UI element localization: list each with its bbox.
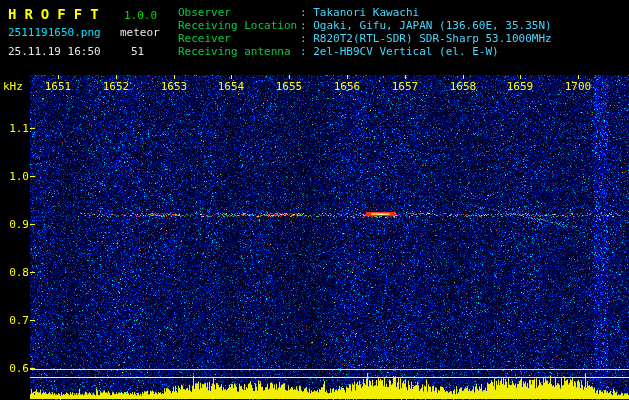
meteor-count: 51 [131,46,144,57]
freq-tick-label: 0.6 [7,363,29,374]
info-value: R820T2(RTL-SDR) SDR-Sharp 53.1000MHz [313,32,551,45]
freq-tick-label: 1.0 [7,171,29,182]
mode-label: meteor [120,27,160,38]
station-info-row: Receiving antenna: 2el-HB9CV Vertical (e… [178,45,552,58]
time-tick-label: 1654 [217,81,245,92]
time-tick-label: 1652 [102,81,130,92]
station-info-row: Receiver: R820T2(RTL-SDR) SDR-Sharp 53.1… [178,32,552,45]
freq-tick-label: 1.1 [7,123,29,134]
freq-tick-label: 0.9 [7,219,29,230]
info-separator: : [300,32,313,45]
info-separator: : [300,6,313,19]
info-separator: : [300,19,313,32]
info-label: Receiver [178,32,300,45]
output-filename: 2511191650.png [8,27,101,38]
timestamp: 25.11.19 16:50 [8,46,101,57]
time-tick-label: 1659 [506,81,534,92]
time-tick-label: 1651 [44,81,72,92]
info-value: 2el-HB9CV Vertical (el. E-W) [313,45,498,58]
time-tick-label: 1700 [564,81,592,92]
info-value: Ogaki, Gifu, JAPAN (136.60E, 35.35N) [313,19,551,32]
time-tick-label: 1655 [275,81,303,92]
time-tick-label: 1658 [449,81,477,92]
app-title: HROFFT [8,7,107,21]
freq-tick-label: 0.7 [7,315,29,326]
time-tick-label: 1657 [391,81,419,92]
info-label: Receiving antenna [178,45,300,58]
time-tick-label: 1653 [160,81,188,92]
spectrogram-display [0,0,629,400]
time-tick-label: 1656 [333,81,361,92]
freq-tick-label: 0.8 [7,267,29,278]
freq-axis-unit: kHz [3,81,23,92]
station-info: Observer: Takanori Kawachi Receiving Loc… [178,6,552,58]
hrofft-window: HROFFT 1.0.0 2511191650.png meteor 25.11… [0,0,629,400]
info-value: Takanori Kawachi [313,6,419,19]
info-label: Receiving Location [178,19,300,32]
station-info-row: Receiving Location: Ogaki, Gifu, JAPAN (… [178,19,552,32]
station-info-row: Observer: Takanori Kawachi [178,6,552,19]
app-version: 1.0.0 [124,10,157,21]
info-label: Observer [178,6,300,19]
info-separator: : [300,45,313,58]
